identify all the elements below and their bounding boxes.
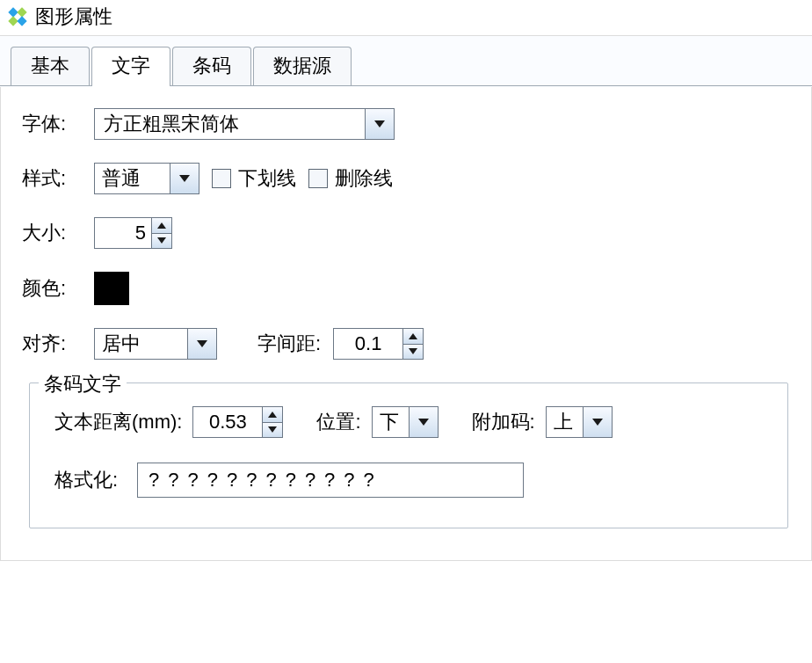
- color-swatch[interactable]: [94, 272, 129, 305]
- chevron-down-icon: [170, 164, 199, 193]
- align-dropdown[interactable]: 居中: [94, 328, 217, 360]
- spinner-down-icon[interactable]: [263, 423, 282, 438]
- spinner-down-icon[interactable]: [152, 234, 171, 249]
- strikethrough-checkbox-label: 删除线: [335, 165, 393, 192]
- addon-label: 附加码:: [472, 409, 535, 435]
- barcode-text-group: 条码文字 文本距离(mm): 0.53 位置: 下: [29, 382, 788, 528]
- style-dropdown[interactable]: 普通: [94, 163, 199, 194]
- textdistance-spinner[interactable]: 0.53: [192, 406, 283, 438]
- charspacing-label: 字间距:: [257, 331, 321, 357]
- tab-text-label: 文字: [112, 55, 150, 76]
- textdistance-label: 文本距离(mm):: [54, 409, 182, 435]
- format-label: 格式化:: [54, 467, 127, 493]
- align-dropdown-value: 居中: [95, 331, 187, 357]
- window-titlebar: 图形属性: [0, 0, 812, 36]
- text-tab-panel: 字体: 方正粗黑宋简体 样式: 普通 下划线: [0, 87, 812, 561]
- style-dropdown-value: 普通: [95, 165, 170, 192]
- strikethrough-checkbox[interactable]: 删除线: [308, 165, 393, 192]
- barcode-text-group-label: 条码文字: [39, 371, 127, 397]
- checkbox-box-icon: [308, 169, 328, 188]
- format-value: ????????????: [149, 469, 383, 492]
- style-label: 样式:: [22, 165, 82, 192]
- spinner-up-icon[interactable]: [263, 407, 282, 423]
- position-label: 位置:: [316, 409, 360, 435]
- spinner-up-icon[interactable]: [403, 329, 423, 345]
- tab-basic[interactable]: 基本: [11, 47, 90, 86]
- chevron-down-icon: [409, 407, 438, 437]
- chevron-down-icon: [187, 329, 216, 359]
- chevron-down-icon: [365, 109, 394, 139]
- addon-dropdown-value: 上: [547, 409, 583, 435]
- checkbox-box-icon: [212, 169, 231, 188]
- tab-datasource[interactable]: 数据源: [253, 47, 352, 86]
- position-dropdown-value: 下: [373, 409, 409, 435]
- app-icon: [7, 6, 28, 27]
- position-dropdown[interactable]: 下: [372, 406, 439, 438]
- size-label: 大小:: [22, 220, 82, 246]
- color-label: 颜色:: [22, 275, 82, 302]
- font-dropdown-value: 方正粗黑宋简体: [95, 111, 365, 137]
- tabstrip: 基本 文字 条码 数据源: [0, 36, 812, 86]
- size-value: 5: [95, 218, 151, 248]
- charspacing-spinner[interactable]: 0.1: [333, 328, 424, 360]
- addon-dropdown[interactable]: 上: [546, 406, 613, 438]
- tab-datasource-label: 数据源: [273, 55, 331, 76]
- underline-checkbox-label: 下划线: [238, 165, 296, 192]
- chevron-down-icon: [583, 407, 612, 437]
- align-label: 对齐:: [22, 331, 82, 357]
- underline-checkbox[interactable]: 下划线: [212, 165, 296, 192]
- spinner-up-icon[interactable]: [152, 218, 171, 234]
- window-title: 图形属性: [35, 4, 112, 30]
- font-dropdown[interactable]: 方正粗黑宋简体: [94, 108, 395, 140]
- tab-basic-label: 基本: [31, 55, 69, 76]
- spinner-down-icon[interactable]: [403, 345, 423, 360]
- tab-barcode-label: 条码: [192, 55, 231, 76]
- charspacing-value: 0.1: [334, 329, 402, 359]
- tab-barcode[interactable]: 条码: [172, 47, 251, 86]
- format-input[interactable]: ????????????: [137, 463, 524, 498]
- font-label: 字体:: [22, 111, 82, 137]
- tab-text[interactable]: 文字: [91, 47, 170, 86]
- textdistance-value: 0.53: [193, 407, 262, 437]
- size-spinner[interactable]: 5: [94, 217, 172, 249]
